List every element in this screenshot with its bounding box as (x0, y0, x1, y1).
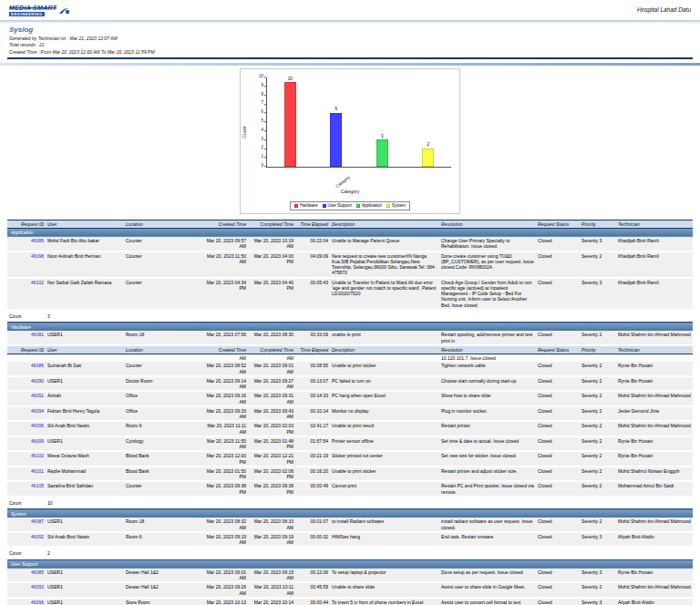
count-row: Count2 (7, 547, 693, 559)
cell-location: Store Room (124, 598, 201, 605)
section-bar-system: System (7, 509, 693, 518)
cell-technician: Khadijah Binti Ramli (616, 237, 693, 251)
table-row: 46102Nor Saibal Gaib Zailah RamasaCounte… (7, 278, 693, 310)
cell-elapsed: 01:57:54 (295, 436, 330, 452)
table-row: 46105Sazalina Binti SahidanCounterMar 20… (7, 481, 693, 497)
request-id-link[interactable]: 46095 (31, 423, 44, 428)
count-filler (124, 310, 693, 323)
cell-resolution: Set new size for sticker. Issue closed (439, 451, 536, 467)
cell-user: Azizah (46, 391, 124, 406)
request-id-link[interactable]: 46092 (31, 534, 44, 539)
cell-description: To setup laptop & projector (330, 569, 439, 583)
legend-label: System (392, 203, 406, 208)
cell-technician: Khadijah Binti Ramli (616, 251, 693, 278)
category-bar-chart: Count 012345678910 10632 Category Catego… (240, 68, 460, 214)
col-header-completed-time: Completed Time (248, 220, 295, 228)
table-row: 46090USER1Doctor RoomMar 20, 2023 09:14 … (7, 376, 693, 392)
company-logo: MEDIA SMART ENGINEERING (9, 5, 71, 16)
cell-id: 46086 (7, 362, 46, 376)
cell-user: USER1 (46, 436, 124, 452)
cell-created: Mar 20, 2023 09:14 AM (201, 376, 248, 392)
cell-resolution: Restart PC and Print spooler. Issue clos… (439, 481, 536, 497)
cell-location: Counter (124, 251, 201, 278)
cell-priority: Severity 2 (580, 518, 616, 532)
cell-resolution: Check Age Group / Gender from Adult to n… (439, 278, 536, 310)
cell-technician: Rynie Bin Husain (616, 569, 693, 583)
cell-location: Counter (124, 362, 201, 376)
cell-elapsed (295, 354, 330, 363)
request-id-link[interactable]: 46100 (31, 453, 44, 458)
cell-id: 46089 (7, 237, 46, 251)
request-id-link[interactable]: 46086 (31, 363, 44, 368)
syslog-report-page: MEDIA SMART ENGINEERING Hospital Lahad D… (0, 0, 700, 605)
cell-user: Siti Anab Binti Nawin (46, 421, 124, 436)
count-value: 10 (46, 497, 124, 509)
cell-location: Room 18 (124, 518, 201, 532)
cell-elapsed: 00:12:06 (295, 569, 330, 583)
cell-technician: Aliyah Binti Abidin (616, 532, 693, 548)
legend-label: Hardware (300, 203, 318, 208)
legend-swatch (322, 204, 325, 208)
request-id-link[interactable]: 46098 (31, 253, 44, 259)
cell-id: 46090 (7, 376, 46, 392)
report-meta: Syslog Generated by Technician on : Mar … (0, 23, 700, 55)
table-row: 46086Suzianah Bt SaitCounterMar 20, 2023… (7, 362, 693, 376)
count-value: 3 (46, 310, 124, 323)
cell-description: Unable to print result (330, 421, 439, 436)
col-header-created-time: Created Time (201, 345, 248, 354)
cell-id: 46105 (7, 481, 46, 497)
request-id-link[interactable]: 46101 (31, 468, 44, 474)
request-id-link[interactable]: 46102 (31, 280, 44, 285)
report-header: MEDIA SMART ENGINEERING Hospital Lahad D… (0, 0, 700, 16)
cell-priority (580, 354, 616, 363)
cell-created: Mar 20, 2023 04:34 PM (201, 278, 248, 310)
request-id-link[interactable]: 46087 (31, 518, 44, 524)
col-header-time-elapsed: Time Elapsed (295, 345, 330, 354)
table-row: 46098Noor Aslinah Binti HermanCounterMar… (7, 251, 693, 278)
cell-technician: Rynie Bin Husain (616, 376, 693, 392)
cell-technician: Aliyah Binti Abidin (616, 598, 693, 605)
request-id-link[interactable]: 46085 (31, 569, 44, 575)
request-id-link[interactable]: 46094 (31, 408, 44, 414)
legend-item-application: Application (356, 203, 382, 208)
request-id-link[interactable]: 46089 (31, 238, 44, 243)
cell-resolution: install radiant software as user request… (439, 518, 536, 532)
cell-elapsed: 00:00:32 (295, 532, 330, 548)
cell-location: Room 6 (124, 421, 201, 436)
cell-description: Cannot print (330, 481, 439, 497)
request-id-link[interactable]: 46105 (31, 483, 44, 488)
cell-description: To insert 5 in front of phone numbers in… (330, 598, 439, 605)
request-id-link[interactable]: 46096 (31, 600, 44, 605)
cell-elapsed: 00:13:07 (295, 376, 330, 392)
cell-location: Doctor Room (124, 376, 201, 392)
legend-swatch (356, 204, 360, 208)
bar-rect (422, 149, 434, 167)
cell-priority: Severity 2 (580, 436, 616, 452)
col-header-priority: Priority (580, 220, 616, 228)
request-id-link[interactable]: 46093 (31, 584, 44, 590)
legend-swatch (294, 204, 298, 208)
request-id-link[interactable]: 46090 (31, 378, 44, 384)
logo-text: MEDIA SMART (9, 5, 57, 11)
logo-swoosh-icon (58, 5, 71, 16)
bar-rect (376, 139, 388, 166)
request-id-link[interactable]: 46081 (31, 332, 44, 337)
cell-user: USER1 (46, 569, 124, 583)
cell-elapsed: 00:45:59 (295, 582, 330, 598)
col-header-priority: Priority (580, 345, 616, 354)
bar-value-label: 2 (427, 143, 429, 148)
cell-elapsed: 00:00:49 (295, 481, 330, 497)
cell-status: Closed (536, 436, 580, 452)
cell-user: Mohd Fazli Bin Abu bakar (46, 237, 124, 251)
cell-priority: Severity 3 (580, 569, 616, 583)
cell-id: 46098 (7, 251, 46, 278)
col-header-request-id: Request ID (7, 220, 46, 228)
cell-id: 46096 (7, 598, 46, 605)
request-report-table: Request IDUserLocationCreated TimeComple… (7, 220, 693, 605)
cell-user: USER1 (46, 582, 124, 598)
cell-description: Unable to print sticker (330, 467, 439, 482)
request-id-link[interactable]: 46091 (31, 393, 44, 398)
cell-created: Mar 20, 2023 09:01 AM (201, 569, 248, 583)
request-id-link[interactable]: 46099 (31, 438, 44, 444)
cell-priority: Severity 2 (580, 467, 616, 482)
